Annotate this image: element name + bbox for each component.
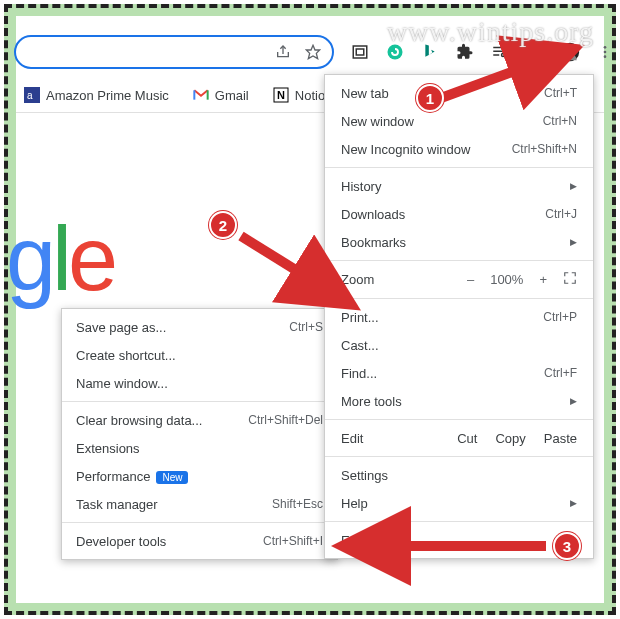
- menu-find[interactable]: Find...Ctrl+F: [325, 359, 593, 387]
- bookmark-gmail[interactable]: Gmail: [193, 87, 249, 103]
- menu-history[interactable]: History: [325, 172, 593, 200]
- svg-point-10: [567, 46, 574, 53]
- edit-cut[interactable]: Cut: [457, 431, 477, 446]
- callout-2: 2: [209, 211, 237, 239]
- callout-1: 1: [416, 84, 444, 112]
- menu-separator: [325, 521, 593, 522]
- profile-avatar[interactable]: [560, 42, 580, 62]
- submenu-save-page[interactable]: Save page as...Ctrl+S: [62, 313, 337, 341]
- submenu-name-window[interactable]: Name window...: [62, 369, 337, 397]
- menu-more-tools[interactable]: More tools: [325, 387, 593, 415]
- svg-rect-2: [356, 49, 364, 55]
- music-playlist-icon[interactable]: [490, 42, 510, 62]
- menu-zoom: Zoom – 100% +: [325, 265, 593, 294]
- more-tools-submenu: Save page as...Ctrl+S Create shortcut...…: [61, 308, 338, 560]
- zoom-value: 100%: [490, 272, 523, 287]
- submenu-extensions[interactable]: Extensions: [62, 434, 337, 462]
- menu-downloads[interactable]: DownloadsCtrl+J: [325, 200, 593, 228]
- svg-point-11: [604, 46, 607, 49]
- extension-icons: [350, 42, 615, 62]
- svg-text:a: a: [27, 90, 33, 101]
- notion-icon: N: [273, 87, 289, 103]
- menu-separator: [62, 522, 337, 523]
- svg-point-3: [388, 45, 403, 60]
- menu-separator: [62, 401, 337, 402]
- grammarly-icon[interactable]: [385, 42, 405, 62]
- svg-point-13: [604, 55, 607, 58]
- chrome-main-menu: New tabCtrl+T New windowCtrl+N New Incog…: [324, 74, 594, 559]
- new-badge: New: [156, 471, 188, 484]
- menu-separator: [325, 167, 593, 168]
- svg-rect-1: [353, 46, 367, 58]
- menu-bookmarks[interactable]: Bookmarks: [325, 228, 593, 256]
- menu-new-tab[interactable]: New tabCtrl+T: [325, 79, 593, 107]
- menu-settings[interactable]: Settings: [325, 461, 593, 489]
- menu-new-window[interactable]: New windowCtrl+N: [325, 107, 593, 135]
- menu-separator: [325, 419, 593, 420]
- bing-icon[interactable]: [420, 42, 440, 62]
- submenu-create-shortcut[interactable]: Create shortcut...: [62, 341, 337, 369]
- browser-window: a Amazon Prime Music Gmail N Notion gle …: [16, 16, 604, 603]
- menu-new-incognito[interactable]: New Incognito windowCtrl+Shift+N: [325, 135, 593, 163]
- bookmark-label: Amazon Prime Music: [46, 88, 169, 103]
- menu-cast[interactable]: Cast...: [325, 331, 593, 359]
- amazon-music-icon: a: [24, 87, 40, 103]
- menu-print[interactable]: Print...Ctrl+P: [325, 303, 593, 331]
- extensions-puzzle-icon[interactable]: [455, 42, 475, 62]
- svg-text:N: N: [277, 89, 285, 101]
- fullscreen-icon[interactable]: [563, 271, 577, 288]
- share-icon[interactable]: [274, 43, 292, 61]
- gmail-icon: [193, 87, 209, 103]
- google-logo-fragment: gle: [6, 208, 114, 311]
- menu-separator: [325, 456, 593, 457]
- bookmark-star-icon[interactable]: [304, 43, 322, 61]
- side-panel-icon[interactable]: [525, 42, 545, 62]
- reader-icon[interactable]: [350, 42, 370, 62]
- menu-separator: [325, 298, 593, 299]
- address-bar[interactable]: [14, 35, 334, 69]
- edit-paste[interactable]: Paste: [544, 431, 577, 446]
- svg-marker-0: [306, 45, 319, 58]
- menu-separator: [325, 260, 593, 261]
- svg-point-12: [604, 51, 607, 54]
- submenu-performance[interactable]: PerformanceNew: [62, 462, 337, 490]
- submenu-task-manager[interactable]: Task managerShift+Esc: [62, 490, 337, 518]
- bookmark-amazon-music[interactable]: a Amazon Prime Music: [24, 87, 169, 103]
- submenu-clear-browsing[interactable]: Clear browsing data...Ctrl+Shift+Del: [62, 406, 337, 434]
- submenu-developer-tools[interactable]: Developer toolsCtrl+Shift+I: [62, 527, 337, 555]
- zoom-in-button[interactable]: +: [539, 272, 547, 287]
- menu-help[interactable]: Help: [325, 489, 593, 517]
- annotated-screenshot: www.wintips.org: [4, 4, 616, 615]
- edit-copy[interactable]: Copy: [495, 431, 525, 446]
- kebab-menu-icon[interactable]: [595, 42, 615, 62]
- svg-rect-8: [537, 46, 542, 58]
- callout-3: 3: [553, 532, 581, 560]
- toolbar: [16, 34, 604, 70]
- menu-edit-row: Edit Cut Copy Paste: [325, 424, 593, 452]
- zoom-out-button[interactable]: –: [467, 272, 474, 287]
- bookmark-label: Gmail: [215, 88, 249, 103]
